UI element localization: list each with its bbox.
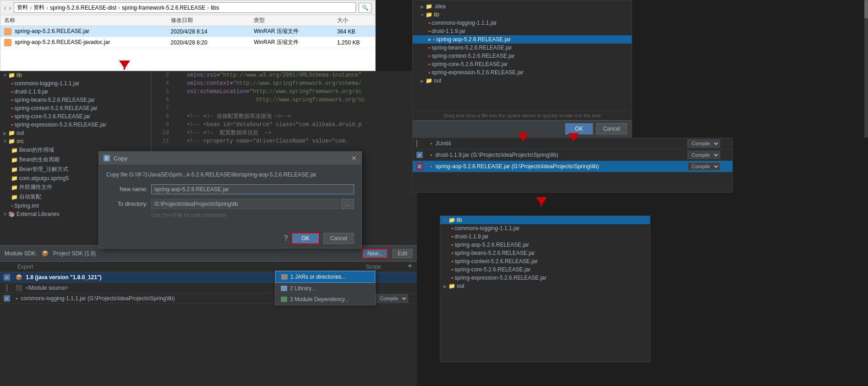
folder-icon: 📁 [426,77,432,84]
tree-toggle: ▶ [419,4,426,9]
cancel-button[interactable]: Cancel [323,233,354,244]
cancel-button-right[interactable]: Cancel [596,123,627,134]
tree-item-lib[interactable]: ▼ 📁 lib [0,71,151,79]
table-row[interactable]: spring-aop-5.2.6.RELEASE-javadoc.jar 202… [0,37,375,48]
jar-file-icon: ▪ [428,28,430,34]
tree-item-beans-right[interactable]: ▪ spring-beans-5.2.6.RELEASE.jar [413,44,632,52]
nav-back-icon[interactable]: ‹ [4,4,6,11]
scope-select[interactable]: Compile [688,162,720,171]
code-line: 11 <!-- <property name="driverClassName"… [152,137,417,145]
help-icon[interactable]: ? [284,234,288,243]
right-top-panel: ▶ 📁 .idea ▼ 📁 lib ▪ commons-logging-1.1.… [412,0,632,138]
tree-item-aop-right[interactable]: ▶ ▪ spring-aop-5.2.6.RELEASE.jar [413,35,632,44]
breadcrumb[interactable]: 资料 › 资料 › spring-5.2.6.RELEASE-dist › sp… [14,2,356,13]
tree-item-beans-bottom[interactable]: ▪ spring-beans-5.2.6.RELEASE.jar [440,249,650,257]
tree-item-druid-bottom[interactable]: ▪ druid-1.1.9.jar [440,232,650,241]
tree-item-out-right[interactable]: ▶ 📁 out [413,77,632,85]
col-type: 类型 [250,15,333,26]
new-sdk-button[interactable]: New... [362,248,388,259]
dep-row-aop-mid[interactable]: ✓ ▪ spring-aop-5.2.6.RELEASE.jar (G:\Pro… [413,161,732,172]
tree-item-expression[interactable]: ▪ spring-expression-5.2.6.RELEASE.jar [0,121,151,129]
code-line: 9 <!-- <bean id="dataSource" class="com.… [152,121,417,129]
dep-name: ▪ JUnit4 [430,140,688,147]
directory-input[interactable] [151,199,339,209]
dep-checkbox[interactable] [0,285,14,291]
new-name-input[interactable] [151,184,354,194]
nav-forward-icon[interactable]: › [9,4,11,11]
arrow-3 [540,197,542,206]
search-button[interactable]: 🔍 [359,3,371,13]
jar-file-icon: ▪ [11,80,13,87]
tree-item-beans[interactable]: ▪ spring-beans-5.2.6.RELEASE.jar [0,96,151,104]
menu-item-jars[interactable]: 1 JARs or directories... [275,271,375,283]
folder-icon: 📚 [8,211,15,217]
file-size: 364 KB [333,26,375,37]
ok-button[interactable]: OK [291,232,319,244]
tree-item-lib-right[interactable]: ▼ 📁 lib [413,11,632,19]
scrollbar-thumb[interactable] [864,0,868,18]
code-line: 4 xmlns:context="http://www.springframew… [152,79,417,88]
menu-item-library[interactable]: 2 Library... [275,283,375,294]
tree-item-core-right[interactable]: ▪ spring-core-5.2.6.RELEASE.jar [413,60,632,68]
module-icon: ⬛ [16,285,22,291]
breadcrumb-text2: 资料 [33,4,44,11]
tree-item-aop-bottom[interactable]: ▪ spring-aop-5.2.6.RELEASE.jar [440,241,650,249]
tree-label: lib [434,11,439,18]
tree-item-commons[interactable]: ▪ commons-logging-1.1.1.jar [0,79,151,88]
menu-item-module-dep[interactable]: 3 Module Dependency... [275,294,375,305]
code-line: 3 xmlns:xsi="http://www.w3.org/2001/XMLS… [152,71,417,79]
edit-sdk-button[interactable]: Edit [393,249,412,258]
dep-checkbox-area[interactable]: ✓ [416,152,430,159]
menu-label: 3 Module Dependency... [290,296,349,303]
tree-item-context[interactable]: ▪ spring-context-5.2.6.RELEASE.jar [0,104,151,112]
tree-item-out-bottom[interactable]: ▶ 📁 out [440,282,650,290]
close-icon[interactable]: ✕ [351,154,357,162]
right-top-scrollbar[interactable] [864,0,868,138]
tree-item-out[interactable]: ▶ 📁 out [0,129,151,137]
jar-file-icon: ▪ [451,266,453,273]
triangle-icon: ▶ [428,37,431,42]
dep-checkbox-area[interactable] [416,140,430,147]
jar-file-icon: ▪ [428,69,430,76]
tree-item-context-bottom[interactable]: ▪ spring-context-5.2.6.RELEASE.jar [440,257,650,265]
tree-item-druid[interactable]: ▪ druid-1.1.9.jar [0,88,151,96]
tree-label: spring-beans-5.2.6.RELEASE.jar [454,250,535,256]
dialog-title: Copy [114,155,127,162]
tree-label: External Libraries [16,211,59,217]
dep-scope: Compile [688,162,729,171]
jar-file-icon: ▪ [433,36,435,43]
tree-item-druid-right[interactable]: ▪ druid-1.1.9.jar [413,27,632,35]
browse-button[interactable]: … [341,199,354,209]
checkbox-checked-icon: ✓ [4,274,10,281]
tree-toggle: ▼ [2,73,8,78]
jar-menu-icon [281,274,288,280]
code-line: 5 xsi:schemaLocation="http://www.springf… [152,88,417,96]
arrow-2-right [573,133,574,140]
checkbox-unchecked-icon [416,140,417,147]
scope-select[interactable]: Compile [688,139,720,148]
dep-row-druid-right[interactable]: ✓ ▪ druid-1.1.9.jar (G:\Projects\IdeaPro… [413,149,732,161]
tree-item-idea[interactable]: ▶ 📁 .idea [413,2,632,11]
tree-item-commons-bottom[interactable]: ▪ commons-logging-1.1.1.jar [440,224,650,232]
tree-item-core-bottom[interactable]: ▪ spring-core-5.2.6.RELEASE.jar [440,265,650,274]
jar-file-icon: ▪ [451,233,453,240]
tree-item-expr-bottom[interactable]: ▪ spring-expression-5.2.6.RELEASE.jar [440,274,650,282]
table-row[interactable]: spring-aop-5.2.6.RELEASE.jar 2020/4/28 8… [0,26,375,37]
tree-item-commons-right[interactable]: ▪ commons-logging-1.1.1.jar [413,19,632,27]
dep-checkbox[interactable]: ✓ [0,274,14,281]
scope-select[interactable]: Compile [376,294,408,303]
junit-icon: ▪ [430,140,432,147]
dep-checkbox[interactable]: ✓ [0,295,14,302]
add-dep-button[interactable]: + [403,262,417,272]
tree-item-src[interactable]: ▼ 📁 src [0,137,151,145]
folder-icon: 📁 [11,194,18,200]
scope-select[interactable]: Compile [688,151,720,159]
dep-checkbox-area[interactable]: ✓ [416,163,430,170]
dialog-title-area: C Copy [104,155,127,162]
tree-item-lib-bottom[interactable]: ▼ 📁 lib [440,216,650,224]
folder-icon: 📁 [448,283,455,289]
tree-item-core[interactable]: ▪ spring-core-5.2.6.RELEASE.jar [0,112,151,121]
tree-item-context-right[interactable]: ▪ spring-context-5.2.6.RELEASE.jar [413,52,632,60]
tree-item-expr-right[interactable]: ▪ spring-expression-5.2.6.RELEASE.jar [413,68,632,77]
right-bottom-panel: ▼ 📁 lib ▪ commons-logging-1.1.1.jar ▪ dr… [440,215,650,362]
